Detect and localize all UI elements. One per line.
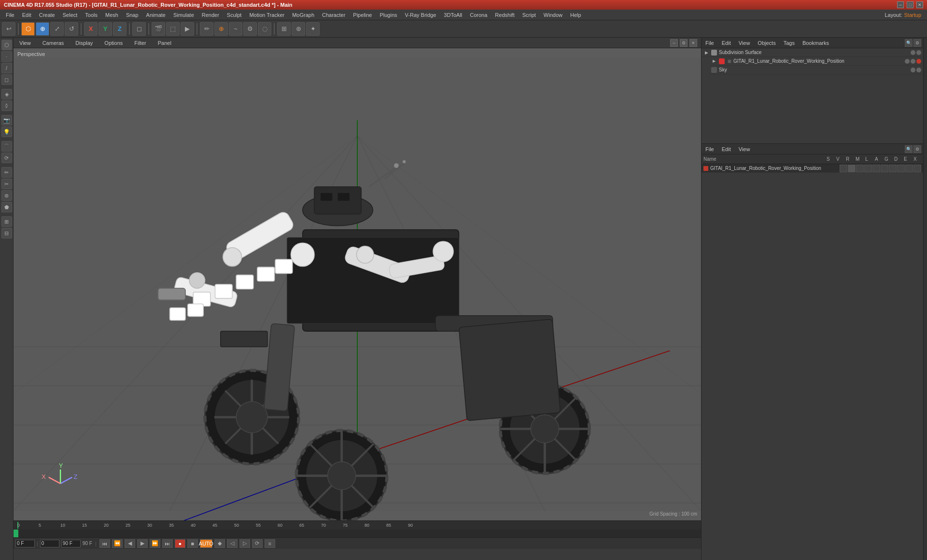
tool-object-btn[interactable]: ⬡	[1, 40, 12, 50]
toolbar-anim-render-btn[interactable]: 🎬	[152, 22, 165, 36]
toolbar-live-select-btn[interactable]: ⬡	[21, 22, 35, 36]
obj-rover-expand[interactable]: ▶	[711, 58, 717, 64]
vp-tab-options[interactable]: Options	[102, 39, 125, 47]
obj-bottom-view[interactable]: View	[737, 145, 752, 153]
vp-tab-display[interactable]: Display	[73, 39, 95, 47]
menu-edit[interactable]: Edit	[18, 11, 35, 19]
layout-value[interactable]: Startup	[904, 12, 921, 18]
window-controls[interactable]: ─ □ ✕	[897, 1, 923, 8]
menu-sculpt[interactable]: Sculpt	[223, 11, 246, 19]
toolbar-scale-btn[interactable]: ⤢	[50, 22, 64, 36]
menu-render[interactable]: Render	[198, 11, 223, 19]
menu-simulate[interactable]: Simulate	[169, 11, 198, 19]
obj-btn-s[interactable]	[840, 165, 847, 172]
obj-mgr-tab-edit[interactable]: Edit	[720, 39, 733, 47]
play-back-btn[interactable]: ◀	[125, 539, 135, 548]
menu-character[interactable]: Character	[318, 11, 349, 19]
obj-mgr-config-btn[interactable]: ⚙	[913, 39, 921, 47]
vp-tab-filter[interactable]: Filter	[132, 39, 148, 47]
timeline-options-btn[interactable]: ≡	[265, 539, 275, 548]
toolbar-z-btn[interactable]: Z	[113, 22, 126, 36]
record-btn[interactable]: ●	[175, 539, 185, 548]
menu-file[interactable]: File	[2, 11, 18, 19]
obj-btn-x[interactable]	[913, 165, 921, 172]
toolbar-x-btn[interactable]: X	[84, 22, 98, 36]
obj-bottom-row-rover[interactable]: GITAI_R1_Lunar_Robotic_Rover_Working_Pos…	[702, 164, 923, 173]
stop-btn[interactable]: ■	[187, 539, 198, 548]
tool-light-btn[interactable]: 💡	[1, 126, 12, 137]
vp-tab-view[interactable]: View	[17, 39, 33, 47]
vp-tab-panel[interactable]: Panel	[156, 39, 173, 47]
menu-create[interactable]: Create	[35, 11, 59, 19]
menu-corona[interactable]: Corona	[466, 11, 491, 19]
obj-mgr-tab-view[interactable]: View	[737, 39, 752, 47]
tool-edge-btn[interactable]: /	[1, 63, 12, 73]
menu-script[interactable]: Script	[519, 11, 540, 19]
toolbar-undo-btn[interactable]: ↩	[2, 22, 15, 36]
menu-mesh[interactable]: Mesh	[101, 11, 122, 19]
menu-animate[interactable]: Animate	[142, 11, 169, 19]
tool-magnet-btn[interactable]: ⊛	[1, 190, 12, 201]
viewport[interactable]: Z Y X Perspective Grid Spacing : 100 cm	[14, 48, 701, 520]
current-frame-input[interactable]	[15, 540, 35, 547]
prev-frame-btn[interactable]: ⏪	[112, 539, 123, 548]
obj-btn-v[interactable]	[848, 165, 856, 172]
menu-window[interactable]: Window	[540, 11, 566, 19]
obj-btn-r[interactable]	[856, 165, 864, 172]
tool-polygon-btn[interactable]: ◻	[1, 74, 12, 85]
tool-snap-btn[interactable]: ⊟	[1, 228, 12, 238]
menu-redshift[interactable]: Redshift	[491, 11, 518, 19]
obj-mgr-tab-bookmarks[interactable]: Bookmarks	[801, 39, 831, 47]
toolbar-xform-btn[interactable]: ✦	[306, 22, 320, 36]
obj-mgr-tab-file[interactable]: File	[703, 39, 716, 47]
tool-camera-btn[interactable]: 📷	[1, 115, 12, 126]
menu-vray-bridge[interactable]: V-Ray Bridge	[401, 11, 440, 19]
tool-weld-btn[interactable]: ⬟	[1, 202, 12, 212]
obj-btn-a[interactable]	[881, 165, 888, 172]
timeline-playhead[interactable]	[14, 530, 18, 537]
obj-btn-g[interactable]	[889, 165, 897, 172]
minimize-button[interactable]: ─	[897, 1, 904, 8]
menu-snap[interactable]: Snap	[122, 11, 142, 19]
toolbar-grid-btn[interactable]: ⊞	[277, 22, 291, 36]
obj-row-rover[interactable]: ▶ ⊞ GITAI_R1_Lunar_Robotic_Rover_Working…	[709, 57, 923, 66]
tool-spline-pen-btn[interactable]: ✏	[1, 167, 12, 178]
toolbar-pen-btn[interactable]: ✏	[200, 22, 213, 36]
obj-row-subdivision[interactable]: ▶ Subdivision Surface	[702, 48, 923, 57]
menu-pipeline[interactable]: Pipeline	[349, 11, 376, 19]
toolbar-rotate-btn[interactable]: ↺	[65, 22, 78, 36]
jump-end-btn[interactable]: ⏭	[162, 539, 173, 548]
maximize-button[interactable]: □	[907, 1, 913, 8]
menu-select[interactable]: Select	[59, 11, 82, 19]
obj-bottom-search-btn[interactable]: 🔍	[905, 145, 913, 153]
menu-tools[interactable]: Tools	[81, 11, 101, 19]
obj-mgr-search-btn[interactable]: 🔍	[905, 39, 913, 47]
tool-knife-btn[interactable]: ✂	[1, 179, 12, 189]
prev-key-btn[interactable]: ◁	[227, 539, 238, 548]
menu-3dtall[interactable]: 3DToAll	[440, 11, 466, 19]
timeline-ruler[interactable]: 0 5 10 15 20 25 30 35 40 45 50 55 60 65 …	[14, 521, 701, 530]
close-button[interactable]: ✕	[916, 1, 923, 8]
obj-bottom-edit[interactable]: Edit	[720, 145, 733, 153]
obj-row-sky[interactable]: Sky	[709, 66, 923, 74]
toolbar-render-view-btn[interactable]: ▶	[181, 22, 194, 36]
obj-btn-m[interactable]	[864, 165, 872, 172]
timeline-track[interactable]	[14, 530, 701, 537]
toolbar-render-region-btn[interactable]: ⬚	[166, 22, 180, 36]
toolbar-deform-btn[interactable]: ◌	[258, 22, 271, 36]
tool-bend-btn[interactable]: ⌒	[1, 141, 12, 152]
obj-bottom-config-btn[interactable]: ⚙	[913, 145, 921, 153]
tool-point-btn[interactable]: ·	[1, 51, 12, 62]
keyframe-btn[interactable]: ◆	[214, 539, 225, 548]
vp-expand-btn[interactable]: ↔	[670, 39, 678, 47]
tool-grid-view-btn[interactable]: ⊞	[1, 216, 12, 227]
obj-btn-d[interactable]	[897, 165, 905, 172]
toolbar-move-btn[interactable]: ⊕	[36, 22, 49, 36]
loop-btn[interactable]: ⟳	[252, 539, 263, 548]
autokey-btn[interactable]: AUTO	[200, 539, 212, 548]
toolbar-y-btn[interactable]: Y	[98, 22, 112, 36]
tool-twist-btn[interactable]: ⟳	[1, 153, 12, 163]
toolbar-add-btn[interactable]: ⊕	[214, 22, 228, 36]
vp-close-btn[interactable]: ✕	[689, 39, 697, 47]
frame-start-input[interactable]	[40, 540, 59, 547]
